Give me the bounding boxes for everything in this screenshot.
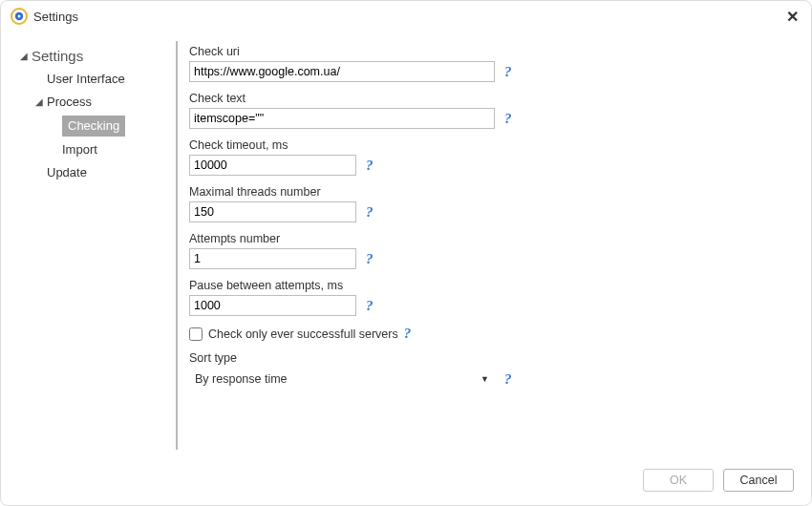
tree-item-import[interactable]: Import bbox=[14, 138, 172, 161]
sort-type-dropdown[interactable]: By response time ▼ bbox=[189, 368, 495, 390]
help-icon[interactable]: ? bbox=[504, 111, 512, 127]
max-threads-input[interactable] bbox=[189, 201, 356, 222]
settings-content: Check uri ? Check text ? Check timeout, … bbox=[189, 41, 798, 459]
check-text-input[interactable] bbox=[189, 108, 495, 129]
help-icon[interactable]: ? bbox=[366, 158, 374, 174]
help-icon[interactable]: ? bbox=[366, 204, 374, 221]
cancel-button[interactable]: Cancel bbox=[723, 469, 794, 492]
tree-item-user-interface[interactable]: User Interface bbox=[14, 68, 172, 91]
field-check-only-successful: Check only ever successfull servers ? bbox=[189, 326, 798, 342]
button-label: OK bbox=[670, 474, 687, 487]
dialog-footer: OK Cancel bbox=[1, 459, 811, 505]
close-button[interactable]: ✕ bbox=[782, 7, 801, 26]
tree-item-label: Update bbox=[47, 163, 87, 182]
help-icon[interactable]: ? bbox=[404, 326, 412, 342]
caret-down-icon: ◢ bbox=[35, 93, 45, 112]
app-icon bbox=[11, 8, 28, 25]
button-label: Cancel bbox=[740, 474, 778, 487]
tree-item-label: User Interface bbox=[47, 70, 125, 89]
field-label: Check timeout, ms bbox=[189, 138, 798, 152]
attempts-input[interactable] bbox=[189, 248, 356, 269]
checkbox-label[interactable]: Check only ever successfull servers bbox=[208, 327, 398, 341]
tree-item-label: Checking bbox=[62, 116, 125, 137]
dropdown-value: By response time bbox=[195, 372, 288, 386]
vertical-divider bbox=[176, 41, 178, 450]
field-label: Pause between attempts, ms bbox=[189, 279, 798, 292]
check-timeout-input[interactable] bbox=[189, 155, 356, 176]
check-only-successful-checkbox[interactable] bbox=[189, 327, 203, 341]
window-title: Settings bbox=[33, 10, 78, 24]
tree-item-checking[interactable]: Checking bbox=[14, 114, 172, 138]
dialog-body: ◢ Settings User Interface ◢ Process Chec… bbox=[1, 32, 811, 459]
field-sort-type: Sort type By response time ▼ ? bbox=[189, 351, 798, 390]
field-label: Check text bbox=[189, 92, 798, 105]
tree-item-label: Import bbox=[62, 140, 97, 159]
tree-root-settings[interactable]: ◢ Settings bbox=[14, 45, 172, 68]
field-label: Maximal threads number bbox=[189, 185, 798, 199]
caret-down-icon: ◢ bbox=[20, 47, 30, 66]
check-uri-input[interactable] bbox=[189, 61, 495, 82]
help-icon[interactable]: ? bbox=[504, 371, 512, 388]
field-check-timeout: Check timeout, ms ? bbox=[189, 138, 798, 176]
help-icon[interactable]: ? bbox=[366, 298, 374, 314]
field-check-text: Check text ? bbox=[189, 92, 798, 129]
settings-window: Settings ✕ ◢ Settings User Interface ◢ P… bbox=[0, 0, 812, 506]
pause-input[interactable] bbox=[189, 295, 356, 316]
tree-item-label: Process bbox=[47, 93, 92, 112]
ok-button[interactable]: OK bbox=[643, 469, 714, 492]
field-attempts: Attempts number ? bbox=[189, 232, 798, 269]
field-label: Attempts number bbox=[189, 232, 798, 245]
tree-root-label: Settings bbox=[32, 47, 83, 66]
help-icon[interactable]: ? bbox=[366, 251, 374, 267]
chevron-down-icon: ▼ bbox=[481, 374, 489, 384]
svg-point-2 bbox=[18, 15, 21, 18]
tree-item-process[interactable]: ◢ Process bbox=[14, 91, 172, 114]
titlebar: Settings ✕ bbox=[1, 1, 811, 32]
field-label: Check uri bbox=[189, 45, 798, 58]
field-label: Sort type bbox=[189, 351, 798, 365]
help-icon[interactable]: ? bbox=[504, 64, 512, 80]
field-pause: Pause between attempts, ms ? bbox=[189, 279, 798, 316]
field-check-uri: Check uri ? bbox=[189, 45, 798, 82]
field-max-threads: Maximal threads number ? bbox=[189, 185, 798, 222]
tree-item-update[interactable]: Update bbox=[14, 161, 172, 184]
sidebar: ◢ Settings User Interface ◢ Process Chec… bbox=[14, 41, 172, 459]
